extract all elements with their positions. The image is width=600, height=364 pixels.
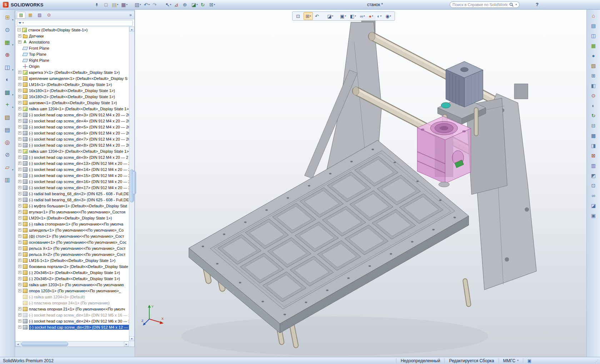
expand-icon[interactable]: +	[18, 89, 21, 92]
tab-featuremanager[interactable]: ▤	[17, 12, 25, 19]
scroll-right-icon[interactable]: ►	[124, 342, 129, 347]
help-button[interactable]: ?	[536, 2, 539, 7]
expand-icon[interactable]: +	[18, 119, 21, 122]
tree-item[interactable]: + опора 1203<1> (По умолчанию<<По умолча…	[15, 288, 129, 294]
expand-icon[interactable]: +	[18, 228, 21, 232]
expand-icon[interactable]: +	[18, 216, 21, 219]
expand-icon[interactable]: +	[18, 95, 21, 98]
dropdown-arrow-icon[interactable]: ▾	[332, 15, 334, 17]
expand-icon[interactable]: +	[18, 34, 21, 37]
tree-item[interactable]: + (-) socket head cap screw_din<24> (DIN…	[15, 318, 129, 324]
linear-pattern-icon[interactable]: ▦ ▾	[2, 37, 13, 47]
split-view-icon[interactable]: ◧	[589, 82, 598, 90]
tree-item[interactable]: + LM20<1> (Default<<Default>_Display Sta…	[15, 215, 129, 221]
corner-icon[interactable]: ◩	[589, 172, 598, 180]
tree-item[interactable]: + (-) гайка стопорная<1> (По умолчанию<<…	[15, 221, 129, 227]
dropdown-arrow-icon[interactable]: ▾	[12, 19, 14, 21]
dropdown-arrow-icon[interactable]: ▾	[372, 15, 373, 17]
menu-item[interactable]	[48, 0, 54, 9]
dropdown-arrow-icon[interactable]: ▾	[355, 15, 356, 17]
apply-scene-icon[interactable]: ◐ ▾	[375, 12, 383, 20]
tree-root[interactable]: − станок (Default<Display State-1>)	[15, 27, 129, 33]
expand-icon[interactable]: +	[18, 180, 21, 183]
view-orientation-icon[interactable]: ▣ ▾	[338, 12, 348, 20]
dropdown-arrow-icon[interactable]: ▾	[12, 93, 14, 96]
dropdown-arrow-icon[interactable]: ▾	[380, 15, 382, 17]
task-pane-home-icon[interactable]: ⌂	[589, 12, 598, 20]
tree-item[interactable]: + боковина портала<2> (Default<<Default>…	[15, 263, 129, 269]
dropdown-arrow-icon[interactable]: ▾	[345, 15, 346, 17]
hide-show-items-icon[interactable]: ∞ ▾	[358, 12, 367, 20]
expand-icon[interactable]: +	[18, 71, 21, 74]
mass-properties-icon[interactable]: ⊕ ▾	[182, 1, 190, 9]
rows-icon[interactable]: ▥	[589, 162, 598, 170]
move-component-icon[interactable]: ◫ ▾	[2, 62, 13, 72]
redo-icon[interactable]: ↷ ▾	[151, 1, 159, 9]
tree-horizontal-scrollbar[interactable]: ◄ ►	[15, 341, 129, 347]
box-select-icon[interactable]: ⊡	[589, 182, 598, 189]
tree-item[interactable]: + (-) socket head cap screw_din<8> (DIN …	[15, 142, 129, 148]
dropdown-arrow-icon[interactable]: ▾	[214, 3, 215, 6]
expand-icon[interactable]: +	[18, 137, 21, 141]
tree-item[interactable]: + Right Plane	[15, 57, 129, 63]
tree-item[interactable]: + (-) пластина опорная 24<1> (По умолчан…	[15, 300, 129, 306]
tab-dimxpert[interactable]: ⊙	[45, 12, 53, 19]
tree-item[interactable]: + (-) radial ball bearing_68_din<3> (DIN…	[15, 197, 129, 203]
dropdown-arrow-icon[interactable]: ▾	[310, 15, 311, 17]
units-selector[interactable]: ММГС ▾	[499, 358, 523, 363]
expand-icon[interactable]: +	[18, 113, 21, 116]
tree-item[interactable]: + гайка швп 1203<1> (По умолчанию<<По ум…	[15, 282, 129, 288]
tree-item[interactable]: + шпиндель<1> (По умолчанию<<По умолчани…	[15, 227, 129, 233]
undo-icon[interactable]: ↶ ▾	[143, 1, 151, 9]
tree-item[interactable]: + пластина опорная 21<1> (По умолчанию<<…	[15, 306, 129, 312]
dropdown-arrow-icon[interactable]: ▾	[12, 44, 14, 46]
tree-item[interactable]: + Датчики	[15, 33, 129, 39]
expand-icon[interactable]: +	[18, 307, 21, 310]
tree-item[interactable]: + (-) socket head cap screw_din<7> (DIN …	[15, 136, 129, 142]
custom-properties-icon[interactable]: ▧	[589, 62, 598, 70]
tree-item[interactable]: + (-) socket head cap screw_din<17> (DIN…	[15, 184, 129, 191]
filter-dropdown-icon[interactable]: ▾	[22, 21, 24, 24]
tree-item[interactable]: + основание<1> (По умолчанию<<По умолчан…	[15, 239, 129, 245]
pane-right-icon[interactable]: ◨	[589, 142, 598, 150]
expand-icon[interactable]: +	[18, 192, 21, 195]
pin-icon[interactable]	[95, 3, 99, 7]
scroll-left-icon[interactable]: ◄	[15, 342, 20, 347]
dropdown-arrow-icon[interactable]: ▾	[170, 3, 171, 6]
expand-icon[interactable]: +	[18, 204, 21, 207]
expand-icon[interactable]: +	[18, 83, 21, 86]
open-document-icon[interactable]: ▤ ▾	[111, 1, 120, 9]
dropdown-arrow-icon[interactable]: ▾	[196, 3, 198, 6]
expand-icon[interactable]: +	[18, 107, 21, 110]
tree-item[interactable]: + 16x180<1> (Default<<Default>_Display S…	[15, 87, 129, 93]
tree-item[interactable]: + (ф) стол<1> (По умолчанию<<По умолчани…	[15, 233, 129, 239]
tree-item[interactable]: + каретка У<1> (Default<<Default>_Displa…	[15, 69, 129, 75]
scroll-up-icon[interactable]: ▲	[129, 27, 134, 32]
expand-icon[interactable]: +	[18, 210, 21, 213]
expand-icon[interactable]: +	[18, 198, 21, 201]
design-library-icon[interactable]: ▤	[589, 22, 598, 30]
tree-item[interactable]: + 16x180<2> (Default<<Default>_Display S…	[15, 93, 129, 100]
expand-icon[interactable]: +	[18, 101, 21, 104]
tree-item[interactable]: + крепление шпинделя<1> (Default<<Defaul…	[15, 75, 129, 81]
menu-item[interactable]	[74, 0, 80, 9]
collapse-icon[interactable]: −	[18, 28, 21, 31]
expand-icon[interactable]: +	[18, 319, 21, 323]
display-style-icon[interactable]: ◧ ▾	[348, 12, 358, 20]
expand-icon[interactable]: +	[18, 77, 21, 80]
panel-splitter-handle[interactable]	[132, 171, 136, 194]
search-dropdown-icon[interactable]: ▾	[515, 3, 517, 6]
expand-icon[interactable]: +	[18, 271, 21, 274]
new-document-icon[interactable]: □ ▾	[104, 1, 110, 9]
search-input[interactable]: Поиск в Справке по SolidWorks ▾	[450, 1, 520, 8]
expand-icon[interactable]: +	[18, 313, 21, 317]
mate-icon[interactable]: ⊙ ▾	[2, 25, 13, 34]
tree-item[interactable]: + гайка швп 1204<2> (Default<<Default>_D…	[15, 148, 129, 154]
options-icon[interactable]: ⊠ ▾	[208, 1, 216, 9]
expand-icon[interactable]: +	[18, 234, 21, 238]
rebuild-icon[interactable]: ↻ ▾	[200, 1, 208, 9]
edit-appearance-icon[interactable]: ● ▾	[367, 12, 375, 20]
dropdown-arrow-icon[interactable]: ▾	[390, 15, 391, 17]
target-icon[interactable]: ▣	[589, 212, 598, 219]
exploded-view-icon[interactable]: ◎ ▾	[2, 137, 13, 147]
